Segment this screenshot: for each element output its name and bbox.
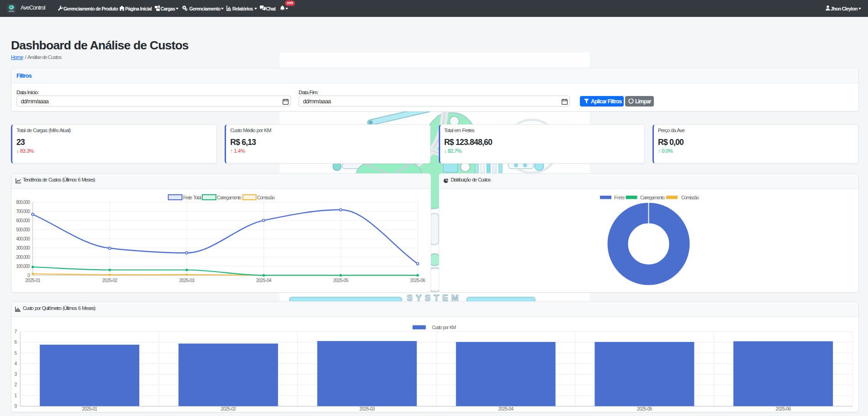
svg-text:1: 1 (14, 393, 17, 398)
svg-text:2025-06: 2025-06 (410, 278, 426, 283)
svg-text:Carregamento: Carregamento (217, 195, 242, 200)
svg-text:500.000: 500.000 (16, 227, 30, 232)
svg-text:2025-04: 2025-04 (256, 278, 272, 283)
svg-text:2025-03: 2025-03 (179, 278, 195, 283)
svg-text:Frete Total: Frete Total (183, 195, 201, 200)
svg-text:2025-04: 2025-04 (498, 406, 514, 411)
svg-text:3: 3 (14, 372, 17, 377)
svg-text:6: 6 (14, 340, 17, 345)
svg-text:2: 2 (14, 382, 17, 387)
svg-text:400.000: 400.000 (16, 236, 30, 241)
svg-text:300.000: 300.000 (16, 245, 30, 251)
svg-text:5: 5 (14, 351, 17, 356)
svg-text:2025-02: 2025-02 (221, 406, 236, 411)
svg-text:800.000: 800.000 (16, 200, 30, 205)
svg-text:2025-05: 2025-05 (333, 278, 349, 283)
svg-text:100.000: 100.000 (16, 264, 30, 269)
svg-text:Comissão: Comissão (681, 195, 699, 200)
svg-text:600.000: 600.000 (16, 218, 30, 223)
svg-text:200.000: 200.000 (16, 255, 30, 260)
svg-text:7: 7 (14, 329, 17, 334)
svg-text:700.000: 700.000 (16, 209, 30, 214)
svg-text:2025-06: 2025-06 (776, 406, 791, 411)
svg-text:Comissão: Comissão (257, 195, 275, 200)
svg-text:Frete: Frete (614, 195, 625, 200)
svg-text:2025-01: 2025-01 (82, 406, 98, 411)
svg-text:Carregamento: Carregamento (640, 195, 665, 200)
svg-text:Custo por KM: Custo por KM (432, 325, 456, 330)
svg-text:2025-05: 2025-05 (637, 406, 652, 411)
svg-text:2025-01: 2025-01 (25, 278, 41, 283)
svg-text:2025-03: 2025-03 (359, 406, 375, 411)
svg-text:0: 0 (27, 273, 30, 278)
svg-text:2025-02: 2025-02 (102, 278, 118, 283)
svg-text:4: 4 (14, 361, 17, 366)
svg-text:0: 0 (14, 404, 17, 409)
